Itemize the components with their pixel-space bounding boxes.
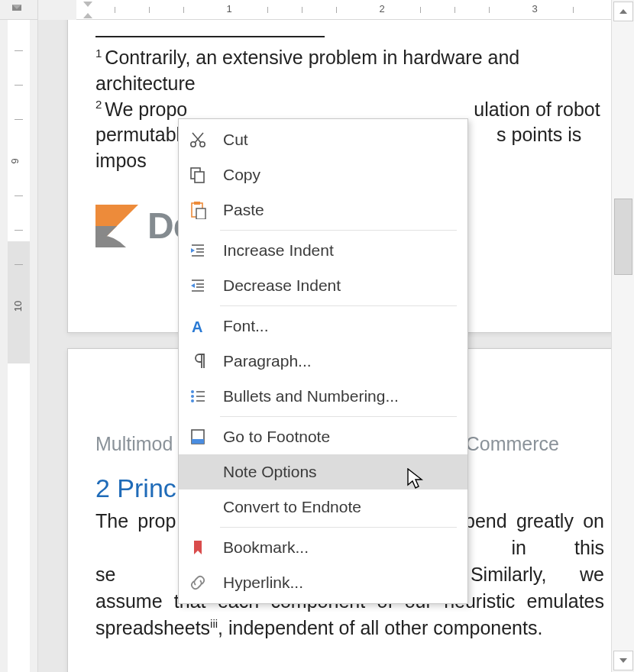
menu-copy[interactable]: Copy [179,157,467,192]
menu-paragraph[interactable]: Paragraph... [179,344,467,379]
footnote-1[interactable]: 1Contrarily, an extensive problem in har… [95,45,604,97]
decrease-indent-icon [186,274,209,297]
svg-rect-6 [196,208,205,219]
menu-paste-label: Paste [223,201,264,219]
menu-increase-indent-label: Increase Indent [223,241,334,260]
menu-note-options-label: Note Options [223,463,317,481]
vertical-scrollbar[interactable] [611,0,634,672]
svg-point-9 [191,395,194,398]
horizontal-ruler[interactable]: 1 2 3 [38,0,611,20]
indent-marker[interactable] [82,0,94,20]
menu-paragraph-label: Paragraph... [223,352,312,370]
footnote-separator [95,36,325,37]
menu-decrease-indent-label: Decrease Indent [223,276,341,295]
menu-bookmark-label: Bookmark... [223,538,309,557]
menu-copy-label: Copy [223,166,260,184]
menu-font-label: Font... [223,317,269,335]
svg-rect-3 [195,172,204,183]
menu-goto-footnote-label: Go to Footnote [223,428,330,446]
menu-bullets-label: Bullets and Numbering... [223,387,399,405]
hruler-ticks: 1 2 3 [38,0,611,20]
menu-note-options[interactable]: Note Options [179,454,467,489]
scroll-up-button[interactable] [613,2,633,21]
ruler-corner [0,0,38,20]
scroll-down-button[interactable] [613,651,633,670]
scroll-thumb[interactable] [614,199,632,275]
menu-hyperlink-label: Hyperlink... [223,573,303,592]
menu-separator [220,416,457,417]
menu-hyperlink[interactable]: Hyperlink... [179,565,467,600]
svg-point-8 [191,390,194,393]
svg-rect-5 [194,202,200,205]
menu-convert-endnote-label: Convert to Endnote [223,498,361,516]
increase-indent-icon [186,239,209,262]
goto-footnote-icon [186,425,209,448]
svg-point-10 [191,399,194,402]
bookmark-icon [186,536,209,559]
menu-separator [220,230,457,231]
font-icon: A [186,315,209,338]
menu-decrease-indent[interactable]: Decrease Indent [179,268,467,303]
menu-increase-indent[interactable]: Increase Indent [179,233,467,268]
convert-endnote-icon [186,496,209,519]
svg-rect-12 [192,439,204,444]
hyperlink-icon [186,571,209,594]
menu-cut-label: Cut [223,131,248,149]
copy-icon [186,163,209,186]
footnote-1-text: Contrarily, an extensive problem in hard… [95,47,519,94]
paragraph-icon [186,350,209,373]
menu-goto-footnote[interactable]: Go to Footnote [179,419,467,454]
menu-separator [220,305,457,306]
context-menu: Cut Copy Paste Increase Indent Decrease … [178,118,468,604]
footnote-1-number: 1 [95,47,102,60]
menu-convert-endnote[interactable]: Convert to Endnote [179,489,467,525]
menu-paste[interactable]: Paste [179,192,467,228]
bullets-icon [186,385,209,408]
cut-icon [186,128,209,151]
menu-separator [220,527,457,528]
note-options-icon [186,460,209,483]
menu-bullets-numbering[interactable]: Bullets and Numbering... [179,379,467,414]
brand-logo-icon [95,205,138,247]
menu-font[interactable]: A Font... [179,309,467,344]
vertical-ruler[interactable]: 9 10 [0,20,38,672]
menu-bookmark[interactable]: Bookmark... [179,530,467,565]
svg-text:A: A [192,318,202,335]
paste-icon [186,199,209,221]
footnote-2-number: 2 [95,98,102,111]
menu-cut[interactable]: Cut [179,122,467,157]
